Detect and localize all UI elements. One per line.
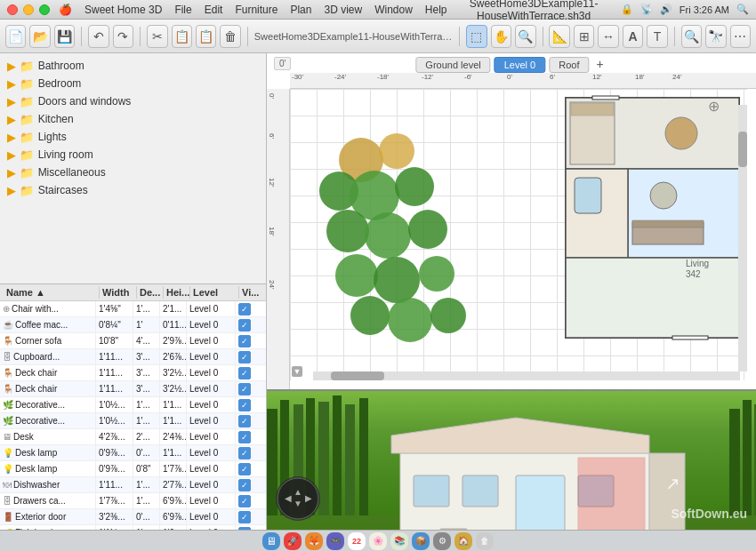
open-button[interactable]: 📂 <box>29 25 50 48</box>
dock-trash[interactable]: 🗑 <box>476 532 494 550</box>
visibility-checkbox[interactable]: ✓ <box>238 527 251 531</box>
undo-button[interactable]: ↶ <box>88 25 109 48</box>
furniture-visibility[interactable]: ✓ <box>236 509 257 524</box>
table-row[interactable]: 🐠 Fish bowl 1'1⅛... 1'... 1'0... Level 0… <box>0 525 266 530</box>
furniture-visibility[interactable]: ✓ <box>236 333 257 348</box>
table-row[interactable]: 🪑 Deck chair 1'11... 3'... 3'2½... Level… <box>0 381 266 397</box>
table-row[interactable]: 🌿 Decorative... 1'0½... 1'... 1'1... Lev… <box>0 397 266 413</box>
category-tree[interactable]: ▶ 📁 Bathroom ▶ 📁 Bedroom ▶ 📁 Doors and w… <box>0 53 266 284</box>
furniture-visibility[interactable]: ✓ <box>236 493 257 508</box>
furniture-visibility[interactable]: ✓ <box>236 349 257 364</box>
scrollbar-thumb-v[interactable] <box>738 132 747 167</box>
table-row[interactable]: ☕ Coffee mac... 0'8¼" 1' 0'11... Level 0… <box>0 317 266 333</box>
visibility-checkbox[interactable]: ✓ <box>238 495 251 507</box>
visibility-checkbox[interactable]: ✓ <box>238 351 251 363</box>
more-tools[interactable]: ⋯ <box>730 25 751 48</box>
cut-button[interactable]: ✂ <box>147 25 167 48</box>
delete-button[interactable]: 🗑 <box>220 25 240 48</box>
dock-calendar[interactable]: 22 <box>348 532 366 550</box>
save-button[interactable]: 💾 <box>54 25 75 48</box>
close-button[interactable] <box>7 4 18 15</box>
dim-tool[interactable]: ↔ <box>598 25 618 48</box>
col-depth[interactable]: De... <box>137 286 164 299</box>
visibility-checkbox[interactable]: ✓ <box>238 335 251 347</box>
dock-launchpad[interactable]: 🚀 <box>284 532 302 550</box>
zoom-tool[interactable]: 🔍 <box>515 25 535 48</box>
table-row[interactable]: 🍽 Dishwasher 1'11... 1'... 2'7⅞... Level… <box>0 477 266 493</box>
col-width[interactable]: Width <box>100 286 137 299</box>
text-tool[interactable]: A <box>623 25 643 48</box>
table-row[interactable]: ⊕ Chair with... 1'4⅝" 1'... 2'1... Level… <box>0 301 266 317</box>
menu-help[interactable]: Help <box>425 4 447 16</box>
menu-3dview[interactable]: 3D view <box>324 4 362 16</box>
minimize-button[interactable] <box>23 4 34 15</box>
copy-button[interactable]: 📋 <box>172 25 192 48</box>
floorplan-scrollbar-h[interactable] <box>313 371 740 380</box>
table-row[interactable]: 🗄 Drawers ca... 1'7⅞... 1'... 6'9⅞... Le… <box>0 493 266 509</box>
col-height[interactable]: Hei... <box>164 286 190 299</box>
furniture-visibility[interactable]: ✓ <box>236 317 257 332</box>
dock-books[interactable]: 📚 <box>390 532 408 550</box>
menu-furniture[interactable]: Furniture <box>235 4 277 16</box>
visibility-checkbox[interactable]: ✓ <box>238 415 251 427</box>
table-row[interactable]: 🖥 Desk 4'2⅞... 2'... 2'4⅜... Level 0 ✓ <box>0 429 266 445</box>
sidebar-item-living[interactable]: ▶ 📁 Living room <box>0 146 266 164</box>
pan-tool[interactable]: ✋ <box>491 25 511 48</box>
sidebar-item-bathroom[interactable]: ▶ 📁 Bathroom <box>0 57 266 75</box>
table-row[interactable]: 🪑 Corner sofa 10'8" 4'... 2'9⅞... Level … <box>0 333 266 349</box>
menu-window[interactable]: Window <box>374 4 413 16</box>
sidebar-item-doors[interactable]: ▶ 📁 Doors and windows <box>0 92 266 110</box>
floorplan-area[interactable]: Ground level Level 0 Roof + 0' -30' -24'… <box>267 53 756 391</box>
furniture-visibility[interactable]: ✓ <box>236 301 257 316</box>
dock-settings[interactable]: ⚙ <box>433 532 451 550</box>
scrollbar-thumb-h[interactable] <box>331 371 384 380</box>
navigation-toggle[interactable]: ▼ <box>292 366 302 377</box>
menu-file[interactable]: File <box>174 4 191 16</box>
sidebar-item-staircases[interactable]: ▶ 📁 Staircases <box>0 181 266 199</box>
furniture-visibility[interactable]: ✓ <box>236 365 257 380</box>
visibility-checkbox[interactable]: ✓ <box>238 303 251 315</box>
room-tool[interactable]: ⊞ <box>574 25 594 48</box>
tab-ground-level[interactable]: Ground level <box>415 57 490 73</box>
furniture-visibility[interactable]: ✓ <box>236 461 257 476</box>
visibility-checkbox[interactable]: ✓ <box>238 463 251 475</box>
select-tool[interactable]: ⬚ <box>466 25 487 48</box>
maximize-button[interactable] <box>39 4 50 15</box>
tab-add[interactable]: + <box>592 57 607 73</box>
dock-safari[interactable]: 🦊 <box>305 532 323 550</box>
col-vis[interactable]: Vi... <box>239 286 261 299</box>
sidebar-item-bedroom[interactable]: ▶ 📁 Bedroom <box>0 75 266 92</box>
tab-level-0[interactable]: Level 0 <box>495 57 545 73</box>
visibility-checkbox[interactable]: ✓ <box>238 383 251 395</box>
menu-edit[interactable]: Edit <box>205 4 223 16</box>
table-row[interactable]: 💡 Desk lamp 0'9⅞... 0'... 1'1... Level 0… <box>0 445 266 461</box>
table-row[interactable]: 💡 Desk lamp 0'9⅞... 0'8" 1'7⅞... Level 0… <box>0 461 266 477</box>
sidebar-item-misc[interactable]: ▶ 📁 Miscellaneous <box>0 164 266 181</box>
table-row[interactable]: 🗄 Cupboard... 1'11... 3'... 2'6⅞... Leve… <box>0 349 266 365</box>
sidebar-item-lights[interactable]: ▶ 📁 Lights <box>0 128 266 146</box>
furniture-visibility[interactable]: ✓ <box>236 429 257 444</box>
sidebar-item-kitchen[interactable]: ▶ 📁 Kitchen <box>0 110 266 128</box>
dock-photos[interactable]: 🌸 <box>369 532 387 550</box>
apple-menu[interactable]: 🍎 <box>59 4 72 16</box>
zoom-out[interactable]: 🔭 <box>705 25 726 48</box>
dock-sweethome[interactable]: 🏠 <box>454 532 472 550</box>
floorplan-scrollbar-v[interactable] <box>738 105 747 371</box>
visibility-checkbox[interactable]: ✓ <box>238 447 251 459</box>
wall-tool[interactable]: 📐 <box>549 25 569 48</box>
visibility-checkbox[interactable]: ✓ <box>238 479 251 491</box>
redo-button[interactable]: ↷ <box>113 25 133 48</box>
furniture-visibility[interactable]: ✓ <box>236 397 257 412</box>
new-button[interactable]: 📄 <box>5 25 26 48</box>
table-row[interactable]: 🪑 Deck chair 1'11... 3'... 3'2½... Level… <box>0 365 266 381</box>
col-name[interactable]: Name ▲ <box>4 286 100 299</box>
visibility-checkbox[interactable]: ✓ <box>238 511 251 523</box>
zoom-in[interactable]: 🔍 <box>681 25 702 48</box>
table-row[interactable]: 🚪 Exterior door 3'2⅜... 0'... 6'9⅞... Le… <box>0 509 266 525</box>
3d-navigation-control[interactable]: ▲ ▼ ◀ ▶ <box>276 476 320 521</box>
furniture-visibility[interactable]: ✓ <box>236 381 257 396</box>
visibility-checkbox[interactable]: ✓ <box>238 319 251 331</box>
furniture-visibility[interactable]: ✓ <box>236 477 257 492</box>
tab-roof[interactable]: Roof <box>549 57 589 73</box>
table-row[interactable]: 🌿 Decorative... 1'0½... 1'... 1'1... Lev… <box>0 413 266 429</box>
